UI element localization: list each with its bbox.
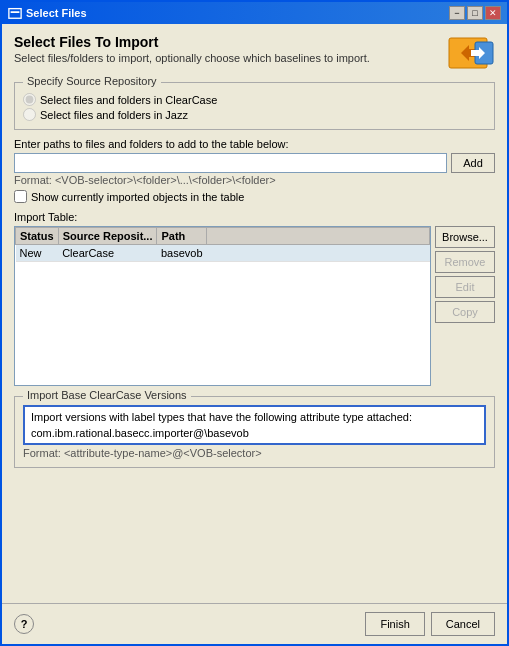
window-title: Select Files [26, 7, 87, 19]
table-row[interactable]: New ClearCase basevob [16, 245, 430, 262]
cell-source: ClearCase [58, 245, 157, 262]
import-table-section: Import Table: Status Source Reposit... P… [14, 209, 495, 386]
col-source: Source Reposit... [58, 228, 157, 245]
import-base-format: Format: <attribute-type-name>@<VOB-selec… [23, 447, 486, 459]
import-table: Status Source Reposit... Path New ClearC… [15, 227, 430, 262]
path-section: Enter paths to files and folders to add … [14, 136, 495, 203]
import-base-description: Import versions with label types that ha… [31, 411, 478, 423]
import-base-groupbox: Import Base ClearCase Versions Import ve… [14, 396, 495, 468]
import-icon [447, 34, 495, 72]
import-table-container: Status Source Reposit... Path New ClearC… [14, 226, 431, 386]
radio-jazz-label: Select files and folders in Jazz [40, 109, 188, 121]
cell-path: basevob [157, 245, 207, 262]
col-extra [207, 228, 430, 245]
help-button[interactable]: ? [14, 614, 34, 634]
svg-rect-0 [9, 9, 21, 19]
path-input[interactable] [14, 153, 447, 173]
title-bar-controls: − □ ✕ [449, 6, 501, 20]
title-bar-text: Select Files [8, 6, 87, 20]
finish-button[interactable]: Finish [365, 612, 424, 636]
footer: ? Finish Cancel [2, 603, 507, 644]
header-text: Select Files To Import Select files/fold… [14, 34, 370, 64]
header-icon [447, 34, 495, 72]
radio-jazz-item: Select files and folders in Jazz [23, 108, 486, 121]
col-status: Status [16, 228, 59, 245]
cell-empty [207, 245, 430, 262]
remove-button[interactable]: Remove [435, 251, 495, 273]
dialog-content: Select Files To Import Select files/fold… [2, 24, 507, 603]
title-bar: Select Files − □ ✕ [2, 2, 507, 24]
add-button[interactable]: Add [451, 153, 495, 173]
radio-jazz[interactable] [23, 108, 36, 121]
page-title: Select Files To Import [14, 34, 370, 50]
window-icon [8, 6, 22, 20]
source-repo-groupbox: Specify Source Repository Select files a… [14, 82, 495, 130]
col-path: Path [157, 228, 207, 245]
show-imported-label: Show currently imported objects in the t… [31, 191, 244, 203]
page-description: Select files/folders to import, optional… [14, 52, 370, 64]
minimize-button[interactable]: − [449, 6, 465, 20]
radio-clearcase-label: Select files and folders in ClearCase [40, 94, 217, 106]
source-repo-title: Specify Source Repository [23, 75, 161, 87]
import-base-inner: Import versions with label types that ha… [23, 405, 486, 445]
path-label: Enter paths to files and folders to add … [14, 138, 495, 150]
browse-button[interactable]: Browse... [435, 226, 495, 248]
footer-left: ? [14, 614, 34, 634]
maximize-button[interactable]: □ [467, 6, 483, 20]
footer-buttons: Finish Cancel [365, 612, 495, 636]
copy-button[interactable]: Copy [435, 301, 495, 323]
import-base-value: com.ibm.rational.basecc.importer@\basevo… [31, 427, 478, 439]
dialog-window: Select Files − □ ✕ Select Files To Impor… [0, 0, 509, 646]
svg-rect-1 [11, 11, 20, 13]
cancel-button[interactable]: Cancel [431, 612, 495, 636]
show-imported-checkbox[interactable] [14, 190, 27, 203]
close-button[interactable]: ✕ [485, 6, 501, 20]
radio-clearcase[interactable] [23, 93, 36, 106]
import-base-title: Import Base ClearCase Versions [23, 389, 191, 401]
radio-clearcase-item: Select files and folders in ClearCase [23, 93, 486, 106]
radio-group: Select files and folders in ClearCase Se… [23, 89, 486, 121]
edit-button[interactable]: Edit [435, 276, 495, 298]
header-section: Select Files To Import Select files/fold… [14, 34, 495, 72]
format-text: Format: <VOB-selector>\<folder>\...\<fol… [14, 174, 495, 186]
table-buttons: Browse... Remove Edit Copy [435, 226, 495, 386]
cell-status: New [16, 245, 59, 262]
import-table-label: Import Table: [14, 211, 495, 223]
